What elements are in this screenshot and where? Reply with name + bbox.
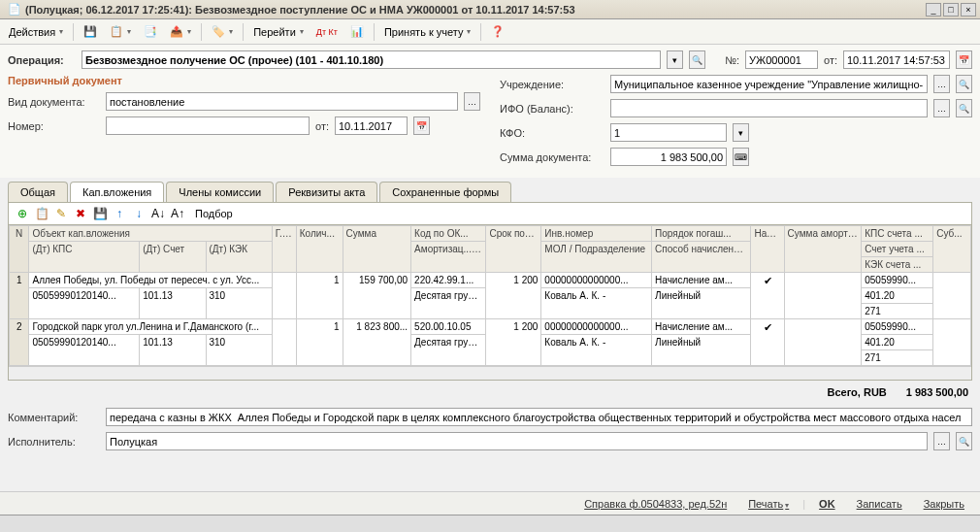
totals-value: 1 983 500,00 [906, 386, 968, 398]
data-grid: N Объект кап.вложения Г... у... Колич...… [8, 225, 972, 381]
pd-date-picker-icon[interactable]: 📅 [413, 116, 430, 135]
col-mol[interactable]: МОЛ / Подразделение [541, 242, 652, 273]
exec-search[interactable]: 🔍 [956, 432, 972, 450]
grid-toolbar: ⊕ 📋 ✎ ✖ 💾 ↑ ↓ A↓ A↑ Подбор [8, 202, 972, 225]
goto-menu[interactable]: Перейти [248, 22, 309, 42]
maximize-button[interactable]: □ [943, 3, 959, 17]
close-footer-button[interactable]: Закрыть [916, 496, 972, 512]
col-poryadok[interactable]: Порядок погаш... [652, 226, 751, 242]
ifo-search[interactable]: 🔍 [956, 99, 972, 117]
operation-search[interactable]: 🔍 [689, 50, 705, 69]
col-n[interactable]: N [10, 226, 29, 273]
sort-desc-icon[interactable]: A↑ [170, 206, 185, 221]
doc-type-select[interactable]: … [464, 92, 480, 111]
help-icon[interactable]: ❓ [486, 22, 509, 42]
sum-label: Сумма документа: [500, 151, 604, 163]
window-titlebar: 📄 (Полуцкая; 06.12.2017 17:25:41): Безво… [0, 0, 980, 19]
structure-icon[interactable]: 🏷️ [207, 22, 238, 42]
tab-general[interactable]: Общая [8, 182, 68, 202]
horizontal-scrollbar[interactable] [9, 366, 971, 380]
ifo-select[interactable]: … [933, 99, 950, 117]
dtkt-button[interactable]: Дт Кт [311, 22, 343, 42]
ok-button[interactable]: OK [811, 496, 843, 512]
kfo-dropdown[interactable]: ▾ [733, 123, 749, 142]
kfo-label: КФО: [500, 127, 604, 139]
report-icon[interactable]: 📊 [345, 22, 369, 42]
totals-label: Всего, RUB [827, 386, 886, 398]
taskbar [0, 515, 980, 532]
col-nach[interactable]: Нач... амо... [751, 226, 784, 273]
copy-row-icon[interactable]: 📋 [34, 206, 49, 221]
org-select[interactable]: … [933, 75, 950, 93]
exec-select[interactable]: … [933, 432, 950, 450]
operation-field[interactable] [82, 50, 661, 69]
print-button[interactable]: Печать [740, 496, 797, 512]
save-icon[interactable]: 💾 [79, 22, 102, 42]
save-rows-icon[interactable]: 💾 [92, 206, 108, 221]
close-button[interactable]: × [961, 3, 976, 17]
check-icon: ✔ [763, 321, 772, 334]
add-icon[interactable]: 📋 [105, 22, 136, 42]
num-field[interactable] [745, 50, 818, 69]
exec-label: Исполнитель: [8, 436, 100, 448]
exec-field[interactable] [106, 432, 928, 450]
org-search[interactable]: 🔍 [956, 75, 972, 93]
ifo-label: ИФО (Баланс): [500, 103, 604, 115]
number-label: Номер: [8, 120, 100, 132]
col-kps[interactable]: КПС счета ... [862, 226, 933, 242]
col-sam[interactable]: Сумма амортизации [784, 226, 862, 273]
copy-icon[interactable]: 📑 [139, 22, 162, 42]
save-button[interactable]: Записать [849, 496, 910, 512]
table-row[interactable]: 2 Городской парк угол ул.Ленина и Г.Дама… [10, 319, 971, 335]
col-dtsch[interactable]: (Дт) Счет [140, 242, 206, 273]
col-srok[interactable]: Срок полезн... испо... [486, 226, 541, 273]
col-inv[interactable]: Инв.номер [541, 226, 652, 242]
add-row-icon[interactable]: ⊕ [15, 206, 30, 221]
operation-dropdown[interactable]: ▾ [667, 50, 683, 69]
actions-menu[interactable]: Действия [4, 22, 68, 42]
tab-commission[interactable]: Члены комиссии [166, 182, 274, 202]
comment-field[interactable] [106, 408, 972, 426]
post-icon[interactable]: 📤 [165, 22, 196, 42]
app-icon: 📄 [8, 3, 21, 16]
table-row[interactable]: 1 Аллея Победы, ул. Победы от пересеч. с… [10, 273, 971, 288]
pick-button[interactable]: Подбор [195, 208, 233, 219]
col-object[interactable]: Объект кап.вложения [29, 226, 272, 242]
col-dtkps[interactable]: (Дт) КПС [29, 242, 140, 273]
sort-asc-icon[interactable]: A↓ [150, 206, 166, 221]
delete-row-icon[interactable]: ✖ [73, 206, 88, 221]
edit-row-icon[interactable]: ✎ [53, 206, 69, 221]
date-picker-icon[interactable]: 📅 [956, 50, 972, 69]
col-amort[interactable]: Амортизац... группа [411, 242, 486, 273]
col-sum[interactable]: Сумма [343, 226, 411, 273]
sum-field[interactable] [610, 148, 727, 166]
col-g[interactable]: Г... у... [272, 226, 296, 273]
tab-capital[interactable]: Кап.вложения [70, 182, 164, 202]
tab-forms[interactable]: Сохраненные формы [379, 182, 511, 202]
pd-from-label: от: [315, 120, 329, 132]
accept-button[interactable]: Принять к учету [379, 22, 476, 42]
col-dtkek[interactable]: (Дт) КЭК [206, 242, 272, 273]
move-up-icon[interactable]: ↑ [112, 206, 127, 221]
ifo-field[interactable] [610, 99, 928, 117]
minimize-button[interactable]: _ [926, 3, 941, 17]
doc-type-field[interactable] [106, 92, 458, 111]
comment-label: Комментарий: [8, 412, 100, 423]
col-qty[interactable]: Колич... [296, 226, 343, 273]
col-sub[interactable]: Суб... [933, 226, 971, 273]
doc-type-label: Вид документа: [8, 96, 100, 108]
pd-date-field[interactable] [335, 116, 408, 135]
tab-act[interactable]: Реквизиты акта [276, 182, 377, 202]
col-schu[interactable]: Счет учета ... [862, 242, 933, 257]
kfo-field[interactable] [610, 123, 727, 142]
col-ok[interactable]: Код по ОК... [411, 226, 486, 242]
col-sposob[interactable]: Способ начисления ... [652, 242, 751, 273]
date-field[interactable] [843, 50, 950, 69]
org-field[interactable] [610, 75, 928, 93]
number-field[interactable] [106, 116, 310, 135]
sum-calc-icon[interactable]: ⌨ [733, 148, 749, 166]
help-link[interactable]: Справка ф.0504833, ред.52н [576, 496, 735, 512]
org-label: Учреждение: [500, 79, 604, 90]
move-down-icon[interactable]: ↓ [131, 206, 147, 221]
col-kek2[interactable]: КЭК счета ... [862, 257, 933, 273]
